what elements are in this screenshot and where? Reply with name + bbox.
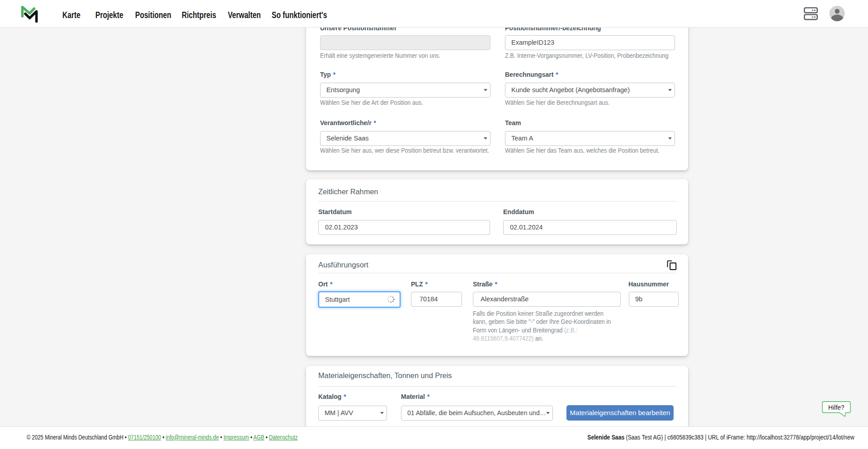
svg-text:Hilfe?: Hilfe? <box>828 404 844 411</box>
